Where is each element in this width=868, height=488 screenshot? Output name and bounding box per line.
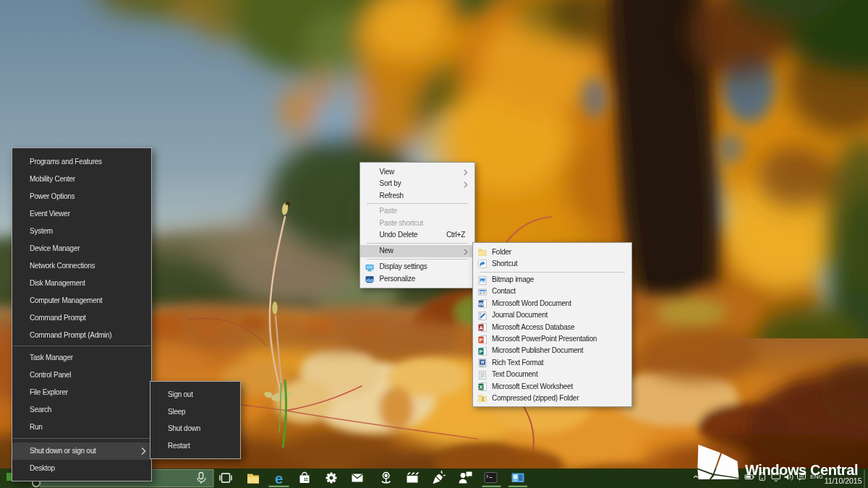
svg-text:W: W	[479, 301, 485, 307]
svg-text:X: X	[480, 384, 483, 390]
svg-text:P: P	[480, 348, 483, 355]
svg-text:Windows Central: Windows Central	[745, 462, 858, 478]
svg-text:A: A	[479, 325, 483, 331]
svg-text:P: P	[480, 336, 483, 343]
svg-text:e: e	[275, 470, 284, 487]
